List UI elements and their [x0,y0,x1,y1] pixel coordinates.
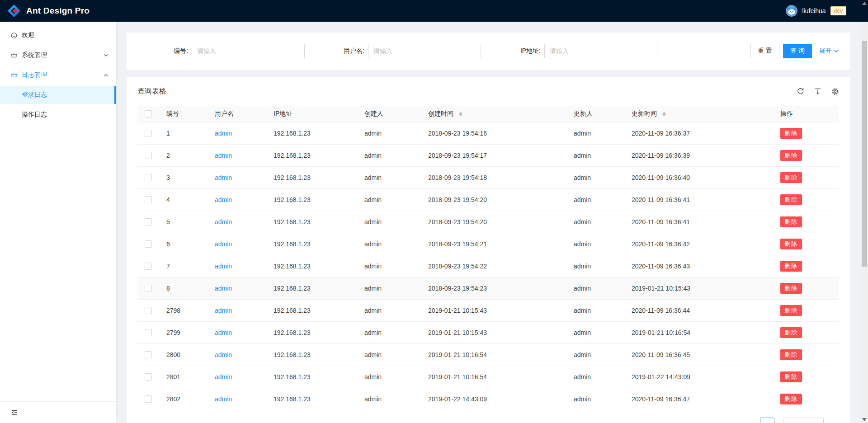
username-link[interactable]: admin [215,263,232,270]
sidebar-item-system-management[interactable]: 系统管理 [0,46,116,64]
delete-button[interactable]: 删除 [780,371,802,382]
pagination-size-select[interactable] [783,418,824,423]
logo-area[interactable]: Ant Design Pro [7,4,90,18]
sort-icon[interactable] [662,112,666,117]
username-link[interactable]: admin [215,329,232,336]
user-avatar[interactable] [786,5,797,17]
id-input[interactable] [192,44,305,58]
table-row: 2 admin 192.168.1.23 admin 2018-09-23 19… [137,144,839,166]
sidebar-item-log-management[interactable]: 日志管理 [0,66,116,84]
ip-input[interactable] [544,44,657,58]
field-label: IP地址: [490,47,544,55]
sidebar-item-login-log[interactable]: 登录日志 [0,86,116,104]
delete-button[interactable]: 删除 [780,128,802,139]
column-header-ip: IP地址 [266,106,357,122]
cell-creator: admin [357,343,421,366]
cell-created: 2019-01-22 14:43:09 [421,388,566,410]
data-table: 编号 用户名 IP地址 创建人 创建时间 更新人 更新时间 操作 [137,106,839,410]
row-checkbox[interactable] [145,152,152,159]
scrollbar-down-arrow[interactable] [862,418,867,421]
header-user-area[interactable]: liufeihua dev [786,5,861,17]
cell-updater: admin [566,233,624,255]
reload-icon[interactable] [797,88,804,95]
column-height-icon[interactable] [814,88,821,95]
column-header-updated[interactable]: 更新时间 [624,106,773,122]
column-header-id: 编号 [159,106,208,122]
crown-icon [11,52,17,58]
reset-button[interactable]: 重 置 [750,44,779,58]
username-link[interactable]: admin [215,373,232,381]
search-actions: 重 置 查 询 展开 [750,44,839,58]
top-header: Ant Design Pro liufeihua dev [0,0,868,22]
user-name: liufeihua [802,7,826,14]
table-card: 查询表格 [127,77,850,423]
row-checkbox[interactable] [145,218,152,226]
scrollbar-up-arrow[interactable] [862,2,867,5]
settings-gear-icon[interactable] [831,88,839,95]
sidebar-item-welcome[interactable]: 欢迎 [0,26,116,44]
scrollbar-thumb[interactable] [862,41,867,267]
username-link[interactable]: admin [215,130,232,137]
query-button[interactable]: 查 询 [783,44,812,58]
cell-id: 3 [159,166,208,188]
cell-ip: 192.168.1.23 [266,388,357,410]
ant-design-logo-icon [7,4,21,18]
row-checkbox[interactable] [145,240,152,248]
row-checkbox[interactable] [145,373,152,381]
username-link[interactable]: admin [215,174,232,181]
username-link[interactable]: admin [215,395,232,403]
sort-icon[interactable] [459,112,462,117]
delete-button[interactable]: 删除 [780,283,802,294]
row-checkbox[interactable] [145,351,152,358]
vertical-scrollbar[interactable] [861,0,868,423]
pagination [127,418,824,423]
row-checkbox[interactable] [145,196,152,203]
cell-ip: 192.168.1.23 [266,343,357,366]
cell-updated: 2019-01-22 14:43:09 [624,366,773,388]
row-checkbox[interactable] [145,395,152,403]
sidebar-item-operation-log[interactable]: 操作日志 [0,106,116,124]
delete-button[interactable]: 删除 [780,305,802,316]
cell-created: 2019-01-21 10:16:54 [421,343,566,366]
delete-button[interactable]: 删除 [780,394,802,404]
pagination-page-button[interactable] [760,418,774,423]
delete-button[interactable]: 删除 [780,172,802,183]
table-row: 1 admin 192.168.1.23 admin 2018-09-23 19… [137,122,839,144]
username-link[interactable]: admin [215,196,232,203]
username-link[interactable]: admin [215,285,232,292]
username-link[interactable]: admin [215,152,232,159]
smile-icon [11,32,17,38]
row-checkbox[interactable] [145,263,152,270]
cell-updated: 2019-01-21 10:16:54 [624,321,773,343]
delete-button[interactable]: 删除 [780,261,802,272]
select-all-checkbox[interactable] [145,110,152,118]
delete-button[interactable]: 删除 [780,194,802,205]
cell-ip: 192.168.1.23 [266,366,357,388]
delete-button[interactable]: 删除 [780,150,802,161]
delete-button[interactable]: 删除 [780,216,802,227]
sidebar-item-label: 欢迎 [22,31,34,39]
username-link[interactable]: admin [215,218,232,226]
cell-created: 2018-09-23 19:54:17 [421,144,566,166]
delete-button[interactable]: 删除 [780,239,802,249]
cell-created: 2018-09-23 19:54:20 [421,211,566,233]
username-link[interactable]: admin [215,240,232,248]
column-header-created[interactable]: 创建时间 [421,106,566,122]
delete-button[interactable]: 删除 [780,349,802,360]
expand-link[interactable]: 展开 [819,47,839,55]
cell-updated: 2020-11-09 16:36:40 [624,166,773,188]
cell-updater: admin [566,122,624,144]
menu-fold-icon[interactable] [11,409,18,416]
cell-created: 2018-09-23 19:54:20 [421,188,566,211]
cell-created: 2018-09-23 19:54:18 [421,166,566,188]
row-checkbox[interactable] [145,130,152,137]
username-link[interactable]: admin [215,351,232,358]
cell-created: 2018-09-23 19:54:21 [421,233,566,255]
delete-button[interactable]: 删除 [780,327,802,338]
row-checkbox[interactable] [145,285,152,292]
row-checkbox[interactable] [145,174,152,181]
username-link[interactable]: admin [215,307,232,314]
row-checkbox[interactable] [145,329,152,336]
row-checkbox[interactable] [145,307,152,314]
username-input[interactable] [368,44,481,58]
